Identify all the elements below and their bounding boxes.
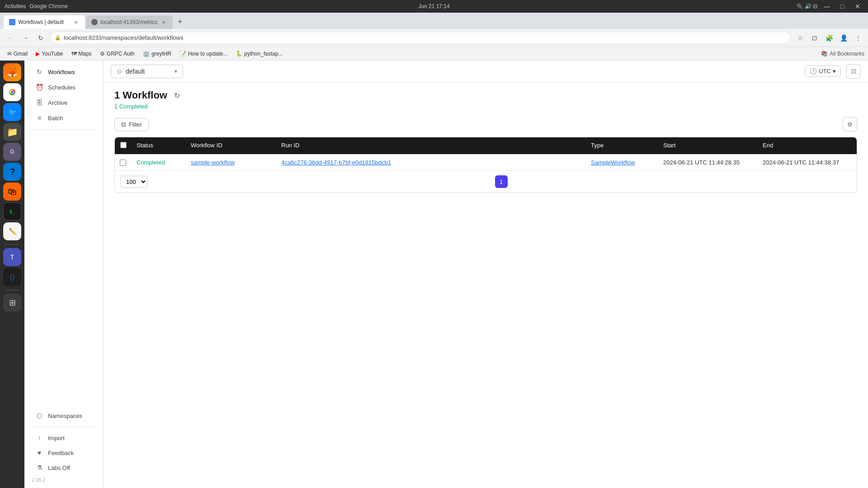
workflows-icon: ↻: [35, 68, 43, 75]
filter-label: Filter: [129, 121, 142, 128]
page-1-button[interactable]: 1: [495, 175, 508, 188]
nav-labs[interactable]: ⚗ Labs Off: [28, 460, 99, 475]
header-checkbox-cell: [115, 142, 131, 150]
tab-label-1: Workflows | default: [18, 19, 70, 25]
bookmark-star-button[interactable]: ☆: [794, 32, 807, 44]
page-size-select[interactable]: 10 20 50 100: [120, 176, 147, 188]
bookmark-python-label: python_fastap...: [244, 51, 283, 57]
bookmark-maps-label: Maps: [79, 51, 92, 57]
url-bar[interactable]: 🔒 localhost:8233/namespaces/default/work…: [50, 32, 791, 44]
nav-batch[interactable]: ≡ Batch: [28, 111, 99, 125]
tab-favicon-2: [91, 19, 98, 25]
run-id-link[interactable]: 4ca6c276-36dd-4917-b7bf-e0d1815bdcb1: [281, 159, 391, 166]
namespace-selector[interactable]: ⊙ default ▾: [111, 65, 183, 78]
youtube-icon: ▶: [36, 51, 40, 57]
tab-close-1[interactable]: ✕: [72, 19, 80, 26]
version-label: 2.26.2: [24, 475, 103, 484]
nav-import[interactable]: ↑ Import: [28, 431, 99, 445]
all-bookmarks[interactable]: 📚 All Bookmarks: [821, 51, 864, 57]
cast-button[interactable]: ⊡: [808, 32, 821, 44]
namespace-name: default: [126, 68, 171, 75]
extensions-button[interactable]: 🧩: [823, 32, 835, 44]
dock-gimp[interactable]: G: [3, 143, 21, 161]
close-button[interactable]: ✕: [852, 0, 863, 12]
filter-button[interactable]: ⊟ Filter: [114, 118, 149, 131]
encoder-button[interactable]: ⊡: [846, 64, 861, 79]
nav-feedback-label: Feedback: [48, 450, 74, 456]
os-dock: 🦊 🐦 📁 G ? 🛍 $_ ✏️ T ⟨⟩ ⊞: [0, 61, 24, 488]
refresh-button[interactable]: ↻: [172, 90, 183, 101]
nav-schedules[interactable]: ⏰ Schedules: [28, 80, 99, 94]
type-link[interactable]: SampleWorkflow: [591, 159, 635, 166]
nav-bottom: ⬡ Namespaces ↑ Import ♥ Feedback ⚗ Labs …: [24, 408, 103, 484]
address-actions: ☆ ⊡ 🧩 👤 ⋮: [794, 32, 864, 44]
nav-batch-label: Batch: [48, 115, 63, 122]
bookmark-gmail-label: Gmail: [14, 51, 28, 57]
forward-button[interactable]: →: [19, 32, 32, 44]
maximize-button[interactable]: □: [836, 0, 848, 12]
pagination-center: 1: [151, 175, 851, 188]
greythr-icon: 🏢: [143, 51, 150, 57]
namespace-bar: ⊙ default ▾ 🕐 UTC ▾ ⊡: [104, 61, 868, 82]
header-status: Status: [131, 142, 185, 150]
row-run-id: 4ca6c276-36dd-4917-b7bf-e0d1815bdcb1: [276, 159, 585, 166]
bookmark-maps[interactable]: 🗺 Maps: [68, 50, 95, 58]
dock-thunderbird[interactable]: 🐦: [3, 103, 21, 121]
tab-workflows[interactable]: Workflows | default ✕: [4, 15, 85, 29]
bookmark-how-to[interactable]: 📝 How to update...: [176, 50, 231, 58]
nav-workflows-label: Workflows: [48, 69, 75, 75]
nav-archive-label: Archive: [48, 99, 67, 106]
page-content: ⊙ default ▾ 🕐 UTC ▾ ⊡ 1 Workflow ↻: [104, 61, 868, 488]
status-badge: Completed: [137, 159, 165, 166]
dock-teams[interactable]: T: [3, 248, 21, 266]
dock-help[interactable]: ?: [3, 163, 21, 181]
back-button[interactable]: ←: [4, 32, 16, 44]
url-text: localhost:8233/namespaces/default/workfl…: [64, 34, 786, 41]
bookmark-gmail[interactable]: ✉ Gmail: [4, 50, 31, 58]
clock-icon: 🕐: [810, 68, 817, 75]
nav-archive[interactable]: 🗄 Archive: [28, 95, 99, 110]
nav-namespaces[interactable]: ⬡ Namespaces: [28, 408, 99, 423]
bookmark-greythr[interactable]: 🏢 greytHR: [139, 50, 175, 58]
row-type: SampleWorkflow: [585, 159, 658, 166]
workflow-id-link[interactable]: sample-workflow: [191, 159, 235, 166]
utc-button[interactable]: 🕐 UTC ▾: [805, 66, 841, 77]
dock-files[interactable]: 📁: [3, 123, 21, 141]
nav-workflows[interactable]: ↻ Workflows: [28, 65, 99, 79]
namespaces-icon: ⬡: [35, 412, 43, 419]
nav-separator: [32, 129, 96, 130]
dock-apps[interactable]: ⊞: [3, 294, 21, 312]
menu-button[interactable]: ⋮: [852, 32, 864, 44]
select-all-checkbox[interactable]: [120, 142, 127, 148]
main-content: 🦊 🐦 📁 G ? 🛍 $_ ✏️ T ⟨⟩ ⊞ ↻ Workflows ⏰: [0, 61, 868, 488]
new-tab-button[interactable]: +: [174, 15, 186, 28]
minimize-button[interactable]: —: [821, 0, 833, 12]
row-workflow-id: sample-workflow: [185, 159, 276, 166]
completed-badge: 1 Completed: [114, 103, 148, 110]
dock-inkscape[interactable]: ✏️: [3, 222, 21, 240]
page-title: 1 Workflow: [114, 89, 167, 101]
bookmark-youtube-label: YouTube: [42, 51, 63, 57]
row-start: 2024-06-21 UTC 11:44:28.35: [658, 159, 757, 166]
bookmark-grpc[interactable]: ⚙ GRPC Auth: [96, 50, 138, 58]
dock-firefox[interactable]: 🦊: [3, 63, 21, 81]
activities-label[interactable]: Activities: [5, 3, 26, 9]
table-settings-button[interactable]: ⚙: [843, 117, 857, 131]
bookmark-python[interactable]: 🐍 python_fastap...: [232, 50, 286, 58]
dock-shop[interactable]: 🛍: [3, 183, 21, 201]
nav-feedback[interactable]: ♥ Feedback: [28, 446, 99, 460]
dock-chrome[interactable]: [3, 83, 21, 101]
dock-separator: [5, 244, 19, 244]
header-type: Type: [585, 142, 658, 150]
dock-vscode[interactable]: ⟨⟩: [3, 268, 21, 286]
row-checkbox[interactable]: [120, 160, 126, 166]
tab-metrics[interactable]: localhost:41393/metrics ✕: [86, 15, 173, 29]
chevron-down-icon: ▾: [175, 68, 177, 75]
dock-terminal[interactable]: $_: [3, 202, 21, 221]
profile-button[interactable]: 👤: [837, 32, 850, 44]
reload-button[interactable]: ↻: [34, 32, 47, 44]
bookmark-youtube[interactable]: ▶ YouTube: [32, 50, 66, 58]
tab-close-2[interactable]: ✕: [160, 19, 167, 26]
tab-favicon-1: [9, 19, 15, 25]
address-bar: ← → ↻ 🔒 localhost:8233/namespaces/defaul…: [0, 29, 868, 47]
